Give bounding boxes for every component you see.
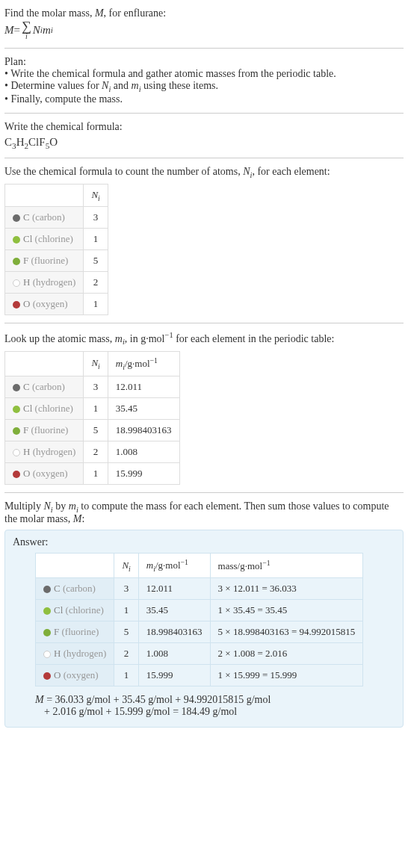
mass-value: 3 × 12.011 = 36.033 bbox=[210, 578, 363, 600]
n-value: 1 bbox=[84, 397, 108, 419]
sym-O: O bbox=[49, 136, 58, 148]
table-row: O (oxygen)115.9991 × 15.999 = 15.999 bbox=[36, 665, 363, 686]
element-symbol: F bbox=[54, 626, 59, 637]
var-N: N bbox=[122, 559, 129, 571]
mass-value: 1 × 15.999 = 15.999 bbox=[210, 665, 363, 686]
m-value: 12.011 bbox=[108, 376, 179, 397]
text: for each element in the periodic table: bbox=[173, 333, 335, 344]
table-row: Cl (chlorine)135.451 × 35.45 = 35.45 bbox=[36, 600, 363, 621]
text: , in g·mol bbox=[125, 333, 165, 344]
multiply-text: Multiply Ni by mi to compute the mass fo… bbox=[4, 500, 404, 526]
sigma-symbol: ∑ bbox=[22, 19, 31, 33]
mass-value: 1 × 35.45 = 35.45 bbox=[210, 600, 363, 621]
unit: /g·mol bbox=[125, 358, 150, 369]
chemical-formula: C3H2ClF5O bbox=[4, 136, 404, 150]
var-N: N bbox=[44, 500, 51, 512]
n-value: 5 bbox=[114, 621, 138, 643]
count-text: Use the chemical formula to count the nu… bbox=[4, 166, 404, 179]
text: = 36.033 g/mol + 35.45 g/mol + 94.992015… bbox=[44, 694, 271, 705]
m-value: 35.45 bbox=[138, 600, 210, 621]
var-m: m bbox=[115, 333, 123, 344]
swatch-icon bbox=[13, 301, 20, 309]
divider bbox=[4, 158, 404, 158]
element-cell: C (carbon) bbox=[36, 578, 114, 600]
heading: Write the chemical formula: bbox=[4, 121, 404, 133]
table-row: O (oxygen)1 bbox=[5, 294, 108, 315]
swatch-icon bbox=[13, 279, 20, 287]
text: , for each element: bbox=[252, 166, 330, 177]
table-row: F (fluorine)518.9984031635 × 18.99840316… bbox=[36, 621, 363, 643]
element-name: (carbon) bbox=[63, 583, 96, 594]
element-cell: C (carbon) bbox=[5, 207, 84, 229]
element-symbol: H bbox=[54, 648, 61, 659]
table-row: Cl (chlorine)135.45 bbox=[5, 397, 180, 419]
element-cell: Cl (chlorine) bbox=[5, 229, 84, 250]
table-row: F (fluorine)5 bbox=[5, 250, 108, 272]
intro-section: Find the molar mass, M, for enflurane: M… bbox=[4, 3, 404, 45]
swatch-icon bbox=[43, 651, 51, 658]
m-value: 1.008 bbox=[138, 643, 210, 665]
text: and bbox=[111, 80, 131, 91]
blank-header bbox=[5, 184, 84, 207]
element-name: (fluorine) bbox=[61, 626, 99, 637]
element-cell: O (oxygen) bbox=[36, 665, 114, 686]
intro-line: Find the molar mass, M, for enflurane: bbox=[4, 7, 404, 19]
swatch-icon bbox=[43, 672, 51, 680]
swatch-icon bbox=[43, 629, 51, 636]
sup: −1 bbox=[181, 558, 188, 566]
chemical-formula-section: Write the chemical formula: C3H2ClF5O bbox=[4, 117, 404, 155]
element-cell: F (fluorine) bbox=[5, 250, 84, 272]
text: • Determine values for bbox=[4, 80, 102, 91]
element-symbol: F bbox=[23, 424, 28, 435]
count-section: Use the chemical formula to count the nu… bbox=[4, 161, 404, 320]
plan-bullet: • Write the chemical formula and gather … bbox=[4, 68, 404, 80]
sym-H: H bbox=[16, 136, 25, 148]
element-cell: Cl (chlorine) bbox=[5, 397, 84, 419]
element-cell: H (hydrogen) bbox=[5, 272, 84, 294]
sym-Cl: Cl bbox=[28, 136, 39, 148]
table-row: C (carbon)312.011 bbox=[5, 376, 180, 397]
element-symbol: C bbox=[23, 211, 30, 223]
text: , for enflurane: bbox=[104, 7, 167, 19]
var-m: m bbox=[132, 80, 139, 91]
lookup-table: Ni mi/g·mol−1 C (carbon)312.011 Cl (chlo… bbox=[4, 351, 180, 485]
plan-section: Plan: • Write the chemical formula and g… bbox=[4, 52, 404, 110]
multiply-section: Multiply Ni by mi to compute the mass fo… bbox=[4, 496, 404, 733]
element-symbol: H bbox=[23, 276, 30, 288]
var-N: N bbox=[33, 24, 40, 37]
element-cell: O (oxygen) bbox=[5, 294, 84, 315]
n-value: 1 bbox=[84, 294, 108, 315]
element-name: (fluorine) bbox=[31, 255, 68, 266]
divider bbox=[4, 323, 404, 323]
n-value: 2 bbox=[84, 441, 108, 462]
swatch-icon bbox=[13, 384, 20, 391]
count-table: Ni C (carbon)3 Cl (chlorine)1 F (fluorin… bbox=[4, 184, 108, 316]
table-row: F (fluorine)518.998403163 bbox=[5, 419, 180, 441]
sym-C: C bbox=[4, 136, 12, 148]
label: mass/g·mol bbox=[218, 560, 263, 571]
var-M: M bbox=[95, 7, 104, 19]
element-cell: F (fluorine) bbox=[36, 621, 114, 643]
plan-bullet: • Finally, compute the mass. bbox=[4, 93, 404, 105]
element-name: (fluorine) bbox=[31, 424, 68, 435]
mass-value: 2 × 1.008 = 2.016 bbox=[210, 643, 363, 665]
answer-box: Answer: Ni mi/g·mol−1 mass/g·mol−1 C (ca… bbox=[4, 530, 404, 728]
table-row: H (hydrogen)21.0082 × 1.008 = 2.016 bbox=[36, 643, 363, 665]
element-cell: H (hydrogen) bbox=[36, 643, 114, 665]
lookup-text: Look up the atomic mass, mi, in g·mol−1 … bbox=[4, 331, 404, 346]
lookup-section: Look up the atomic mass, mi, in g·mol−1 … bbox=[4, 326, 404, 489]
m-value: 12.011 bbox=[138, 578, 210, 600]
var-M: M bbox=[35, 694, 44, 705]
n-value: 2 bbox=[114, 643, 138, 665]
element-name: (hydrogen) bbox=[33, 276, 76, 288]
blank-header bbox=[5, 351, 84, 376]
col-N: Ni bbox=[114, 554, 138, 578]
var-m: m bbox=[146, 560, 153, 571]
element-symbol: O bbox=[23, 468, 30, 479]
sup: −1 bbox=[150, 356, 158, 365]
equals: = bbox=[14, 24, 20, 37]
sigma-sub: i bbox=[25, 33, 28, 40]
sub-i: i bbox=[51, 25, 53, 34]
element-name: (carbon) bbox=[32, 211, 65, 223]
element-name: (oxygen) bbox=[64, 669, 99, 681]
